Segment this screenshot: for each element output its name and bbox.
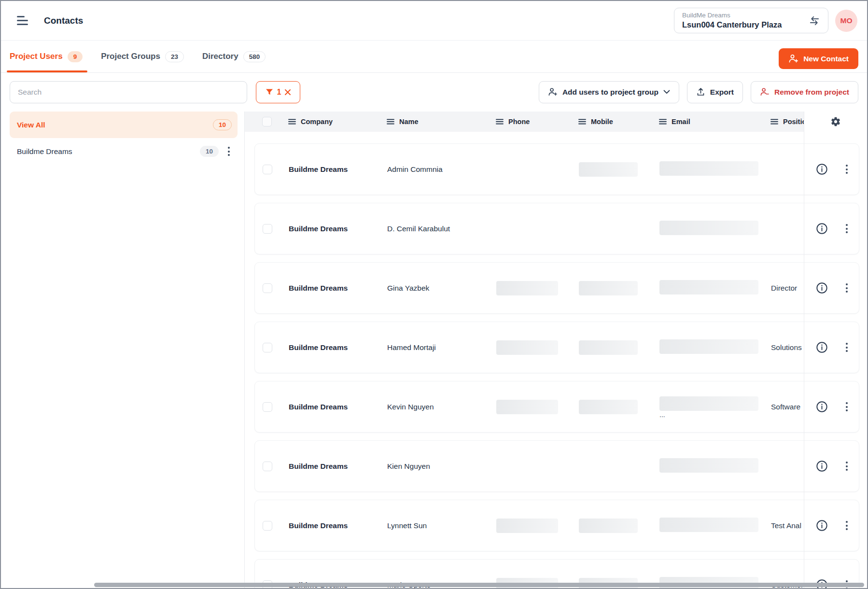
name-cell: D. Cemil Karabulut [387,224,496,233]
redacted-email [659,458,758,473]
row-checkbox[interactable] [263,521,272,531]
column-header-email[interactable]: Email [659,118,770,126]
name-cell: Lynnett Sun [387,521,496,530]
row-checkbox[interactable] [263,224,272,234]
drag-handle-icon [578,119,586,125]
drag-handle-icon [770,119,778,125]
select-all-checkbox[interactable] [262,117,272,126]
filter-funnel-icon [265,88,274,97]
company-cell: Buildme Dreams [289,462,387,471]
row-checkbox[interactable] [263,165,272,174]
row-kebab-menu-icon[interactable] [844,519,850,532]
info-icon [815,281,828,294]
person-remove-icon [760,87,770,97]
company-cell: Buildme Dreams [289,403,387,411]
tab-label: Project Users [10,52,63,61]
info-button[interactable] [814,340,829,355]
contact-row: Buildme Dreams Admin Commnia [254,143,859,195]
project-switcher[interactable]: BuildMe Dreams Lsun004 Canterbury Plaza [674,8,828,34]
redacted-email [659,339,758,354]
new-contact-button[interactable]: New Contact [779,48,858,69]
row-kebab-menu-icon[interactable] [844,163,850,176]
redacted-mobile [579,519,638,533]
tab-label: Directory [202,52,238,61]
company-cell: Buildme Dreams [289,521,387,530]
contact-row: Buildme Dreams Lynnett Sun Test Anal [254,500,859,551]
remove-from-project-button[interactable]: Remove from project [751,81,858,103]
redacted-mobile [579,400,638,414]
contacts-table: Company Name Phone Mobile Email Position [245,112,867,588]
position-cell: Solutions [771,343,805,352]
email-overflow: ... [659,412,665,417]
row-checkbox[interactable] [263,462,272,471]
add-users-label: Add users to project group [562,88,658,97]
avatar[interactable]: MO [835,10,857,32]
name-cell: Kien Nguyen [387,462,496,471]
hamburger-menu-icon[interactable] [17,16,28,25]
clear-filter-icon[interactable] [284,89,291,96]
redacted-email [659,396,758,411]
column-header-position[interactable]: Position [770,118,804,126]
name-cell: Kevin Nguyen [387,403,496,411]
sidebar-item-label: Buildme Dreams [17,147,72,156]
search-input[interactable] [10,81,247,103]
row-kebab-menu-icon[interactable] [844,222,850,235]
column-header-phone[interactable]: Phone [496,118,578,126]
info-button[interactable] [814,280,829,295]
filter-chip[interactable]: 1 [256,81,300,103]
contact-row: Buildme Dreams D. Cemil Karabulut [254,203,859,254]
company-cell: Buildme Dreams [289,165,387,174]
sidebar-company-item[interactable]: Buildme Dreams 10 [10,138,238,165]
row-kebab-menu-icon[interactable] [844,460,850,473]
swap-icon [809,15,820,26]
info-button[interactable] [814,162,829,177]
contact-row: Buildme Dreams Kevin Nguyen ... Software [254,381,859,433]
export-label: Export [710,88,734,97]
row-kebab-menu-icon[interactable] [844,400,850,413]
row-checkbox[interactable] [263,402,272,412]
tab[interactable]: Project Groups 23 [101,41,184,72]
redacted-email [659,161,758,176]
redacted-phone [496,400,558,414]
position-cell: Director [771,284,805,293]
row-kebab-menu-icon[interactable] [844,341,850,354]
tab[interactable]: Directory 580 [202,41,266,72]
filter-count: 1 [277,88,281,97]
redacted-phone [496,340,558,355]
row-checkbox[interactable] [263,283,272,293]
column-header-mobile[interactable]: Mobile [578,118,659,126]
person-add-icon [788,54,798,63]
horizontal-scrollbar[interactable] [94,583,864,587]
info-button[interactable] [814,518,829,533]
name-cell: Admin Commnia [387,165,496,174]
sidebar-item-count: 10 [200,146,219,157]
toolbar: 1 Add users to project group Export Remo… [1,73,867,111]
kebab-menu-icon[interactable] [226,145,232,158]
export-button[interactable]: Export [687,81,743,103]
column-header-company[interactable]: Company [288,118,387,126]
info-icon [815,400,828,413]
new-contact-label: New Contact [803,55,849,63]
tab-label: Project Groups [101,52,160,61]
switcher-company: BuildMe Dreams [682,12,782,20]
redacted-email [659,221,758,235]
contact-row: Buildme Dreams Hamed Mortaji Solutions [254,322,859,373]
info-button[interactable] [814,459,829,474]
contact-row: Buildme Dreams Kien Nguyen [254,440,859,492]
topbar: Contacts BuildMe Dreams Lsun004 Canterbu… [1,1,867,41]
add-users-to-group-button[interactable]: Add users to project group [539,81,679,103]
column-header-name[interactable]: Name [387,118,496,126]
row-checkbox[interactable] [263,343,272,352]
sidebar-company-item[interactable]: View All 10 [10,112,238,138]
switcher-project: Lsun004 Canterbury Plaza [682,20,782,30]
row-kebab-menu-icon[interactable] [844,281,850,294]
contact-rows: Buildme Dreams Admin Commnia [245,132,867,588]
info-button[interactable] [814,399,829,414]
drag-handle-icon [387,119,394,125]
column-settings-button[interactable] [829,115,842,128]
info-button[interactable] [814,221,829,236]
export-icon [696,87,705,97]
redacted-mobile [579,281,638,295]
tab[interactable]: Project Users 9 [10,41,83,72]
redacted-email [659,518,758,532]
